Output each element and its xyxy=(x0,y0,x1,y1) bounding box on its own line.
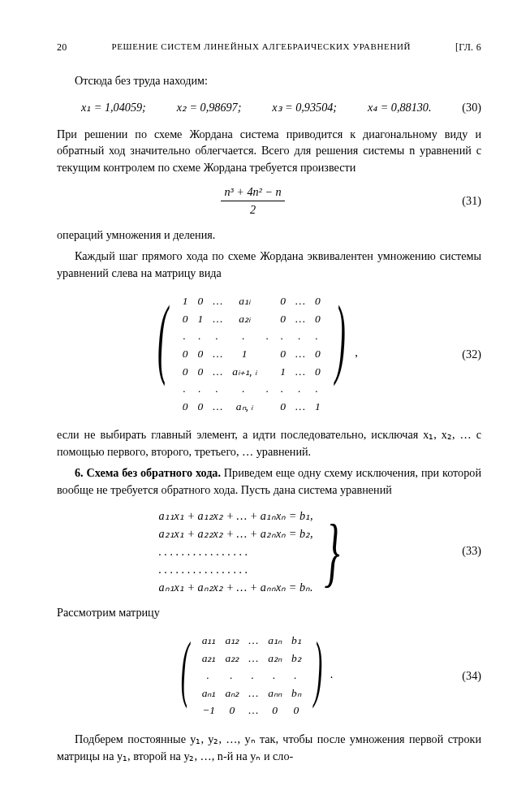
matrix-cell: a₁ᵢ xyxy=(227,292,261,310)
matrix-cell: . xyxy=(243,667,263,685)
consider-line: Рассмотрим матрицу xyxy=(57,604,481,621)
matrix-cell: aₙₙ xyxy=(263,685,287,702)
matrix-cell: . xyxy=(261,380,275,398)
right-paren-icon: ) xyxy=(313,632,321,719)
matrix-cell: bₙ xyxy=(287,685,306,702)
matrix-cell: … xyxy=(208,363,227,381)
matrix-cell: . xyxy=(291,327,310,345)
matrix-cell: . xyxy=(291,380,310,398)
matrix-32-body: 10…a₁ᵢ0…001…a₂ᵢ0…0........00…10…000…aᵢ₊₁… xyxy=(178,292,325,415)
matrix-cell: 0 xyxy=(193,345,209,363)
matrix-cell: . xyxy=(310,380,325,398)
matrix-cell: 0 xyxy=(287,702,306,719)
matrix-cell: . xyxy=(275,327,291,345)
fraction-31-den: 2 xyxy=(221,201,284,218)
matrix-cell xyxy=(261,310,275,328)
eqnum-33: (33) xyxy=(449,542,481,559)
system-line: . . . . . . . . . . . . . . . . xyxy=(158,542,312,560)
ops-line: операций умножения и деления. xyxy=(57,227,481,244)
matrix-cell: … xyxy=(243,685,263,702)
matrix-cell: … xyxy=(291,292,310,310)
matrix-cell: … xyxy=(243,650,263,667)
matrix-cell: 1 xyxy=(178,292,193,310)
fraction-31: n³ + 4n² − n 2 xyxy=(221,184,284,218)
matrix-cell: 1 xyxy=(310,398,325,416)
matrix-cell: 0 xyxy=(193,292,209,310)
eqnum-30: (30) xyxy=(462,99,481,116)
matrix-cell: 0 xyxy=(310,310,325,328)
matrix-cell: 1 xyxy=(227,345,261,363)
matrix-cell: 0 xyxy=(275,345,291,363)
matrix-cell: aₙ₁ xyxy=(197,685,221,702)
matrix-cell: 0 xyxy=(178,310,193,328)
matrix-cell: 0 xyxy=(178,345,193,363)
matrix-cell: 0 xyxy=(220,702,243,719)
matrix-cell: … xyxy=(208,345,227,363)
matrix-cell: −1 xyxy=(197,702,221,719)
page-number: 20 xyxy=(57,41,67,54)
eqnum-32: (32) xyxy=(449,346,481,363)
matrix-cell: b₁ xyxy=(287,632,306,650)
system-line: a₂₁x₁ + a₂₂x₂ + … + a₂ₙxₙ = b₂, xyxy=(158,525,312,542)
section-6: 6. Схема без обратного хода. Приведем ещ… xyxy=(57,464,481,498)
matrix-cell: . xyxy=(287,667,306,685)
matrix-cell: … xyxy=(291,345,310,363)
matrix-cell: . xyxy=(178,380,193,398)
matrix-cell: . xyxy=(220,667,243,685)
matrix-cell xyxy=(261,398,275,416)
left-paren-icon: ( xyxy=(157,292,168,415)
matrix-cell: . xyxy=(197,667,221,685)
matrix-32-tail: , xyxy=(355,346,358,359)
equation-30: x₁ = 1,04059; x₂ = 0,98697; x₃ = 0,93504… xyxy=(81,99,481,116)
chapter-mark: [ГЛ. 6 xyxy=(455,41,481,54)
matrix-cell: a₁ₙ xyxy=(263,632,287,650)
matrix-cell: … xyxy=(291,363,310,381)
fraction-31-num: n³ + 4n² − n xyxy=(221,184,284,201)
matrix-cell: 0 xyxy=(193,398,209,416)
matrix-cell xyxy=(261,292,275,310)
matrix-cell: 0 xyxy=(263,702,287,719)
right-brace-icon: } xyxy=(324,515,339,588)
system-line: aₙ₁x₁ + aₙ₂x₂ + … + aₙₙxₙ = bₙ. xyxy=(158,578,312,596)
equation-33: a₁₁x₁ + a₁₂x₂ + … + a₁ₙxₙ = b₁,a₂₁x₁ + a… xyxy=(57,507,481,596)
matrix-cell: . xyxy=(208,327,227,345)
matrix-cell: a₂ₙ xyxy=(263,650,287,667)
after-32-paragraph: если не выбирать главный элемент, а идти… xyxy=(57,426,481,460)
equation-34: ( a₁₁a₁₂…a₁ₙb₁a₂₁a₂₂…a₂ₙb₂.....aₙ₁aₙ₂…aₙ… xyxy=(57,628,481,723)
matrix-cell: aᵢ₊₁, ᵢ xyxy=(227,363,261,381)
matrix-cell xyxy=(261,345,275,363)
matrix-cell: … xyxy=(208,292,227,310)
matrix-cell: 0 xyxy=(193,363,209,381)
matrix-cell: … xyxy=(243,632,263,650)
running-header: 20 РЕШЕНИЕ СИСТЕМ ЛИНЕЙНЫХ АЛГЕБРАИЧЕСКИ… xyxy=(57,41,481,54)
matrix-34-tail: . xyxy=(330,667,334,680)
matrix-cell: 0 xyxy=(310,292,325,310)
matrix-cell: … xyxy=(291,398,310,416)
step-paragraph: Каждый шаг прямого хода по схеме Жордана… xyxy=(57,248,481,281)
matrix-34-body: a₁₁a₁₂…a₁ₙb₁a₂₁a₂₂…a₂ₙb₂.....aₙ₁aₙ₂…aₙₙb… xyxy=(197,632,306,719)
system-line: a₁₁x₁ + a₁₂x₂ + … + a₁ₙxₙ = b₁, xyxy=(158,507,312,525)
matrix-cell: b₂ xyxy=(287,650,306,667)
eqnum-31: (31) xyxy=(449,192,481,209)
matrix-cell: 0 xyxy=(310,363,325,381)
right-paren-icon: ) xyxy=(335,292,346,415)
sol-x2: x₂ = 0,98697; xyxy=(177,99,242,116)
matrix-cell: . xyxy=(208,380,227,398)
matrix-cell: aₙ₂ xyxy=(220,685,243,702)
last-paragraph: Подберем постоянные y₁, y₂, …, yₙ так, ч… xyxy=(57,731,481,764)
matrix-cell: … xyxy=(243,702,263,719)
sol-x3: x₃ = 0,93504; xyxy=(272,99,337,116)
matrix-cell: . xyxy=(227,327,261,345)
matrix-cell: . xyxy=(263,667,287,685)
equation-32: ( 10…a₁ᵢ0…001…a₂ᵢ0…0........00…10…000…aᵢ… xyxy=(57,289,481,418)
system-line: . . . . . . . . . . . . . . . . xyxy=(158,560,312,578)
equation-31: n³ + 4n² − n 2 (31) xyxy=(57,184,481,218)
intro-line: Отсюда без труда находим: xyxy=(57,72,481,89)
matrix-cell: 0 xyxy=(310,345,325,363)
left-paren-icon: ( xyxy=(180,632,188,719)
matrix-cell: … xyxy=(208,310,227,328)
eqnum-34: (34) xyxy=(449,667,481,685)
matrix-cell: … xyxy=(208,398,227,416)
matrix-cell: 1 xyxy=(193,310,209,328)
matrix-cell: 0 xyxy=(178,398,193,416)
